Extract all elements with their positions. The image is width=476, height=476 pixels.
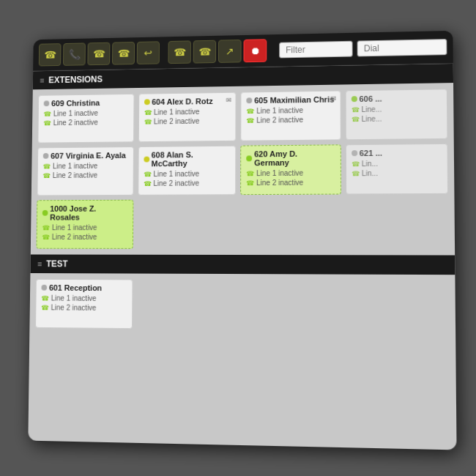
conference-button[interactable]: ☎ — [193, 40, 217, 64]
line-status: Line 1 inactive — [52, 223, 97, 231]
phone-line-icon: ☎ — [43, 119, 51, 127]
line-info: ☎ Line 2 inactive — [144, 116, 230, 125]
ext-number-name: 605 Maximilian Chris — [254, 95, 334, 105]
ext-name: 620 Amy D. Germany — [246, 149, 335, 167]
main-content: ≡ EXTENSIONS 609 Christina ☎ Line 1 inac… — [28, 64, 456, 450]
phone-line-icon: ☎ — [144, 171, 152, 178]
line-status: Line 2 inactive — [256, 179, 303, 187]
card-header: 604 Alex D. Rotz — [144, 97, 230, 106]
phone-line-icon: ☎ — [144, 118, 152, 125]
line-info: ☎ Line 1 inactive — [144, 108, 230, 116]
redial-button[interactable]: ↩ — [137, 41, 160, 64]
phone-line-icon: ☎ — [144, 180, 152, 187]
ext-name: 605 Maximilian Chris — [246, 95, 334, 105]
phone-line-icon: ☎ — [351, 106, 359, 114]
mute-button[interactable]: ☎ — [168, 40, 190, 64]
phone-panel: ☎📞☎☎↩☎☎↗⏺ ≡ EXTENSIONS 609 Christina ☎ L… — [28, 31, 456, 450]
section-label: TEST — [46, 259, 68, 269]
forward-button[interactable]: ↗ — [218, 40, 242, 63]
card-header: 607 Virginia E. Ayala — [43, 151, 128, 160]
status-dot — [352, 150, 357, 156]
phone-line-icon: ☎ — [352, 160, 360, 168]
line-info: ☎ Line 2 inactive — [246, 115, 335, 124]
phone-line-icon: ☎ — [144, 108, 152, 116]
line-status: Line 2 inactive — [53, 171, 98, 179]
ext-number-name: 606 ... — [359, 94, 382, 103]
ext-card-621[interactable]: 621 ... ☎ Lin... ☎ Lin... — [345, 144, 448, 195]
line-status: Line 1 inactive — [256, 106, 303, 115]
ext-name: 621 ... — [352, 149, 382, 157]
ext-card-604[interactable]: ✉ 604 Alex D. Rotz ☎ Line 1 inactive ☎ L… — [138, 92, 236, 142]
status-dot — [44, 100, 50, 106]
phone-line-icon: ☎ — [41, 294, 49, 302]
phone-line-icon: ☎ — [352, 170, 360, 177]
section-label: EXTENSIONS — [48, 74, 103, 85]
card-header: 1000 Jose Z. Rosales — [42, 204, 127, 222]
line-info: ☎ Line... — [351, 105, 442, 114]
line-info: ☎ Line 1 inactive — [42, 223, 127, 231]
ext-card-1000[interactable]: 1000 Jose Z. Rosales ☎ Line 1 inactive ☎… — [37, 200, 133, 249]
line-info: ☎ Line 1 inactive — [246, 106, 335, 116]
status-dot — [144, 99, 149, 105]
line-status: Line 1 inactive — [53, 162, 97, 170]
ext-card-605[interactable]: ✉ 605 Maximilian Chris ☎ Line 1 inactive… — [240, 91, 341, 141]
line-info: ☎ Line 1 inactive — [246, 168, 335, 177]
dial-input[interactable] — [357, 39, 447, 56]
line-status: Line 2 inactive — [52, 233, 97, 241]
line-info: ☎ Line 2 inactive — [42, 233, 127, 241]
line-info: ☎ Line 1 inactive — [43, 162, 128, 171]
ext-card-608[interactable]: 608 Alan S. McCarthy ☎ Line 1 inactive ☎… — [138, 146, 237, 196]
hold-button[interactable]: ☎ — [87, 42, 110, 66]
line-info: ☎ Line 2 inactive — [42, 171, 127, 179]
section-header-test: ≡ TEST — [30, 255, 455, 275]
status-dot — [42, 210, 48, 216]
ext-number-name: 1000 Jose Z. Rosales — [50, 204, 127, 222]
line-info: ☎ Line 2 inactive — [43, 118, 128, 127]
ext-name: 601 Reception — [41, 283, 102, 292]
phone-line-icon: ☎ — [42, 224, 50, 231]
card-header: 609 Christina — [44, 98, 129, 108]
ext-number-name: 621 ... — [360, 149, 382, 157]
ext-card-609[interactable]: 609 Christina ☎ Line 1 inactive ☎ Line 2… — [37, 94, 134, 144]
line-status: Line 1 inactive — [154, 108, 200, 116]
phone-line-icon: ☎ — [41, 304, 49, 311]
card-header: 606 ... — [351, 93, 441, 103]
line-info: ☎ Lin... — [352, 159, 442, 168]
filter-input[interactable] — [279, 41, 352, 59]
ext-name: 604 Alex D. Rotz — [144, 97, 212, 106]
card-header: 608 Alan S. McCarthy — [144, 150, 231, 168]
ext-card-606[interactable]: 606 ... ☎ Line... ☎ Line... — [345, 89, 447, 140]
status-dot — [41, 285, 47, 291]
card-header: 620 Amy D. Germany — [246, 149, 335, 167]
ext-card-601[interactable]: 601 Reception ☎ Line 1 inactive ☎ Line 2… — [35, 279, 133, 329]
ext-number-name: 609 Christina — [51, 98, 100, 108]
line-info: ☎ Line 1 inactive — [43, 108, 128, 117]
hamburger-icon: ≡ — [40, 76, 44, 85]
line-info: ☎ Line 1 inactive — [41, 294, 127, 303]
answer-button[interactable]: 📞 — [63, 42, 86, 65]
phone-line-icon: ☎ — [246, 108, 254, 115]
ext-number-name: 620 Amy D. Germany — [254, 149, 335, 167]
toolbar-filter — [279, 39, 447, 58]
call-button[interactable]: ☎ — [39, 43, 62, 66]
line-status: Lin... — [362, 169, 378, 177]
ext-number-name: 601 Reception — [49, 283, 102, 292]
ext-name: 608 Alan S. McCarthy — [144, 150, 231, 168]
record-button[interactable]: ⏺ — [244, 39, 267, 62]
status-dot — [246, 155, 252, 161]
email-icon: ✉ — [226, 97, 232, 104]
ext-card-607[interactable]: 607 Virginia E. Ayala ☎ Line 1 inactive … — [37, 146, 133, 196]
phone-line-icon: ☎ — [246, 170, 254, 177]
ext-name: 607 Virginia E. Ayala — [43, 151, 126, 160]
status-dot — [144, 157, 149, 163]
status-dot — [351, 96, 357, 102]
line-status: Line 2 inactive — [153, 179, 199, 187]
line-status: Line 2 inactive — [51, 303, 97, 311]
line-status: Line 1 inactive — [51, 294, 97, 302]
line-info: ☎ Line 2 inactive — [41, 303, 127, 312]
ext-card-620[interactable]: 620 Amy D. Germany ☎ Line 1 inactive ☎ L… — [240, 144, 341, 195]
line-status: Line 2 inactive — [256, 116, 303, 124]
ext-name: 1000 Jose Z. Rosales — [42, 204, 127, 222]
transfer-button[interactable]: ☎ — [112, 42, 135, 65]
card-header: 601 Reception — [41, 283, 127, 292]
